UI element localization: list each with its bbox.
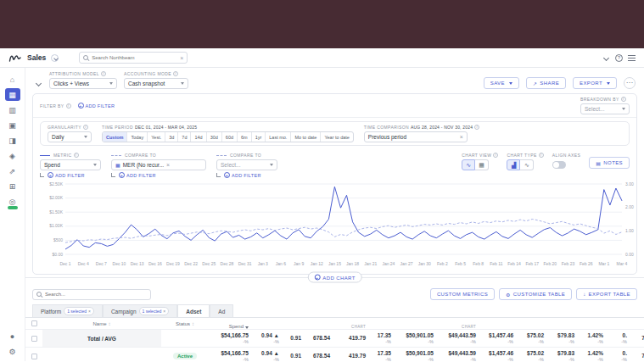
column-header-metric-9[interactable] [516, 318, 546, 329]
accounting-mode-select[interactable]: Cash snapshot [124, 78, 188, 89]
add-filter-button[interactable]: ADD FILTER [78, 103, 115, 109]
cell-metric: 419.79 [333, 348, 368, 361]
range-30d[interactable]: 30d [207, 132, 222, 142]
sidebar-item-settings-icon[interactable]: ⚙ [5, 345, 20, 358]
global-search[interactable] [79, 52, 188, 64]
compare1-add-filter-button[interactable]: ADD FILTER [111, 172, 206, 178]
column-header-spend[interactable]: Spend [209, 318, 251, 329]
align-axes-toggle[interactable] [552, 161, 566, 169]
row-checkbox[interactable] [31, 354, 37, 359]
chart-type-bar-icon[interactable] [507, 159, 520, 170]
column-header-metric-6[interactable] [394, 318, 436, 329]
sidebar-item-account-icon[interactable]: ● [5, 330, 20, 343]
remove-filter-icon[interactable]: × [88, 309, 91, 314]
total-row[interactable]: Total / AVG$54,166.75-%0.94 ▲-%0.91678.5… [25, 330, 644, 348]
column-header-name[interactable]: Name↕ [42, 318, 161, 329]
column-header-chart[interactable]: CHART [333, 318, 368, 329]
svg-text:Mar 4: Mar 4 [617, 261, 628, 266]
main-chart[interactable]: $2.50K$2.00K$1.50K$1.00K$500$0.003.002.0… [40, 180, 644, 268]
custom-metrics-button[interactable]: CUSTOM METRICS [430, 288, 495, 300]
compare-to-label-2: COMPARE TO [216, 153, 277, 158]
add-chart-button[interactable]: ADD CHART [307, 272, 362, 283]
range-7d[interactable]: 7d [178, 132, 191, 142]
sidebar-item-analytics-icon[interactable]: ▥ [5, 103, 20, 116]
tab-campaign[interactable]: Campaign1 selected× [103, 304, 177, 317]
chart-view-table-icon[interactable] [475, 159, 489, 170]
chart-type-line-icon[interactable] [520, 159, 534, 170]
range-custom[interactable]: Custom [103, 132, 127, 142]
range-year-to-date[interactable]: Year to date [321, 132, 352, 142]
sidebar-item-media-icon[interactable]: ◈ [5, 149, 20, 162]
table-search[interactable] [32, 289, 151, 300]
more-options-button[interactable] [624, 77, 636, 89]
row-checkbox[interactable] [31, 336, 37, 342]
export-button[interactable]: EXPORT [573, 77, 617, 89]
help-icon[interactable] [615, 54, 623, 62]
chart-view-chart-icon[interactable] [462, 159, 475, 170]
column-header-metric-13[interactable] [630, 318, 644, 329]
range-60d[interactable]: 60d [222, 132, 238, 142]
column-header-chart[interactable]: CHART [436, 318, 479, 329]
menu-icon[interactable] [628, 55, 636, 61]
tab-ad[interactable]: Ad [210, 304, 233, 317]
svg-text:Jan 30: Jan 30 [418, 261, 431, 266]
chart-panel: FILTER BY ADD FILTER BREAKDOWN BY Select… [32, 93, 637, 275]
column-header-metric-11[interactable] [577, 318, 606, 329]
info-icon [74, 153, 79, 158]
chevron-down-icon[interactable] [602, 53, 610, 62]
granularity-select[interactable]: Daily [48, 131, 92, 142]
compare2-add-filter-button[interactable]: ADD FILTER [216, 172, 277, 178]
search-icon [36, 292, 42, 298]
clear-compare-icon[interactable] [166, 162, 170, 168]
share-button[interactable]: SHARE [526, 77, 566, 89]
global-search-input[interactable] [92, 55, 177, 60]
sales-link-icon[interactable] [51, 54, 59, 62]
range-6m[interactable]: 6m [238, 132, 252, 142]
select-all-checkbox[interactable] [31, 320, 37, 326]
column-header-metric-2[interactable] [282, 318, 304, 329]
column-header-metric-1[interactable] [251, 318, 282, 329]
column-header-metric-8[interactable] [479, 318, 516, 329]
table-row[interactable]: Active$54,166.75-%0.94 ▲-%0.91678.54419.… [25, 348, 644, 361]
clear-search-icon[interactable] [180, 55, 183, 61]
compare-select-2[interactable]: Select... [216, 159, 277, 170]
svg-text:Dec 31: Dec 31 [238, 261, 252, 266]
clear-comparison-icon[interactable] [460, 134, 463, 140]
northbeam-logo[interactable] [8, 53, 22, 63]
sidebar-item-orders-icon[interactable]: ▣ [5, 119, 20, 131]
column-header-metric-10[interactable] [546, 318, 577, 329]
metric-add-filter-button[interactable]: ADD FILTER [40, 172, 101, 178]
tab-adset[interactable]: Adset [177, 304, 210, 317]
range-3d[interactable]: 3d [165, 132, 178, 142]
notes-button[interactable]: NOTES [589, 157, 630, 169]
customize-table-button[interactable]: CUSTOMIZE TABLE [499, 288, 572, 300]
metric-select[interactable]: Spend [40, 159, 101, 170]
remove-filter-icon[interactable]: × [163, 309, 165, 314]
tab-platform[interactable]: Platform1 selected× [32, 304, 103, 317]
save-button[interactable]: SAVE [484, 77, 519, 89]
export-table-button[interactable]: EXPORT TABLE [576, 288, 637, 300]
attribution-model-select[interactable]: Clicks + Views [49, 78, 117, 89]
collapse-panel-icon[interactable] [34, 79, 42, 87]
range-14d[interactable]: 14d [191, 132, 206, 142]
column-header-status[interactable]: Status↕ [161, 318, 209, 329]
column-header-metric-12[interactable] [606, 318, 630, 329]
column-header-metric-5[interactable] [368, 318, 394, 329]
column-header-metric-3[interactable] [304, 318, 333, 329]
range-last-mo-[interactable]: Last mo. [266, 132, 291, 142]
sidebar-item-creative-icon[interactable]: ◨ [5, 134, 20, 147]
sidebar-item-labs-icon[interactable]: ◎ [5, 195, 20, 208]
sidebar-item-share-icon[interactable]: ⇗ [5, 164, 20, 177]
sidebar-item-apps-icon[interactable]: ⊞ [5, 180, 20, 192]
range-today[interactable]: Today [127, 132, 148, 142]
sidebar-item-home-icon[interactable]: ⌂ [5, 73, 20, 86]
cell-metric: 0.94 ▲-% [251, 330, 282, 347]
range-1yr[interactable]: 1yr [252, 132, 266, 142]
table-search-input[interactable] [45, 292, 147, 297]
sidebar-item-dashboards-icon[interactable]: ▦ [5, 88, 20, 101]
compare-select-1[interactable]: MER (No recur... [111, 159, 206, 170]
comparison-select[interactable]: Previous period [364, 131, 468, 142]
breakdown-select[interactable]: Select... [580, 103, 630, 114]
range-yest-[interactable]: Yest. [148, 132, 165, 142]
range-mo-to-date[interactable]: Mo to date [291, 132, 321, 142]
